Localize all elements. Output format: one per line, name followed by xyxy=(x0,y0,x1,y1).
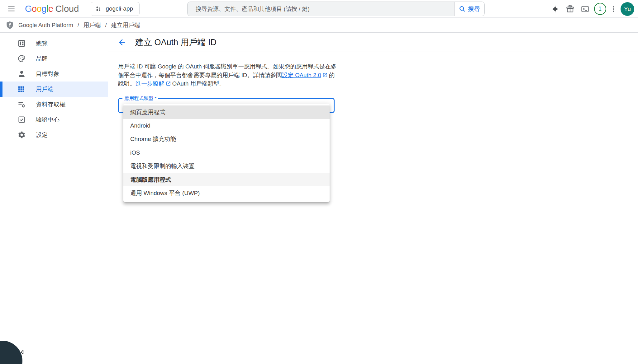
notifications-button[interactable]: 1 xyxy=(593,2,607,16)
external-link-icon[interactable] xyxy=(166,81,171,86)
vertical-dots-icon xyxy=(610,5,617,13)
sidebar-item-label: 用戶端 xyxy=(36,85,54,93)
sidebar-item-data-access[interactable]: 資料存取權 xyxy=(0,97,108,112)
notification-count-badge: 1 xyxy=(594,3,606,15)
sidebar-item-verification-center[interactable]: 驗證中心 xyxy=(0,112,108,127)
option-web-application[interactable]: 網頁應用程式 xyxy=(123,105,330,119)
list-gear-icon xyxy=(17,100,26,109)
back-arrow-icon xyxy=(117,38,127,47)
breadcrumb-separator: / xyxy=(78,22,79,29)
option-uwp[interactable]: 通用 Windows 平台 (UWP) xyxy=(123,186,330,200)
person-icon xyxy=(17,70,26,78)
more-options-button[interactable] xyxy=(607,2,619,16)
sidebar-item-label: 總覽 xyxy=(36,40,48,48)
sidebar-item-audience[interactable]: 目標對象 xyxy=(0,66,108,82)
checkbox-icon xyxy=(17,115,26,124)
project-name: gogcli-app xyxy=(106,5,133,12)
option-chrome-extension[interactable]: Chrome 擴充功能 xyxy=(123,133,330,146)
option-android[interactable]: Android xyxy=(123,119,330,132)
content-header: 建立 OAuth 用戶端 ID xyxy=(108,33,638,52)
sidebar-item-label: 資料存取權 xyxy=(36,100,65,109)
terminal-icon xyxy=(581,5,589,13)
cloud-shell-button[interactable] xyxy=(578,2,593,16)
side-navigation: 總覽 品牌 目標對象 用戶端 資料存取權 xyxy=(0,33,108,364)
account-avatar[interactable]: Yu xyxy=(621,2,634,16)
collapse-chevron-icon xyxy=(18,348,26,356)
intro-text: OAuth 用戶端類型。 xyxy=(172,80,225,87)
search-button-label: 搜尋 xyxy=(468,5,480,13)
search-button[interactable]: 搜尋 xyxy=(454,2,484,16)
back-button[interactable] xyxy=(116,36,128,49)
option-ios[interactable]: iOS xyxy=(123,146,330,159)
search-input[interactable] xyxy=(188,2,454,16)
gemini-star-icon xyxy=(551,5,559,13)
sidebar-item-label: 品牌 xyxy=(36,55,48,63)
gear-icon xyxy=(17,131,26,139)
sidebar-item-label: 設定 xyxy=(36,131,48,139)
application-type-label: 應用程式類型 * xyxy=(122,95,158,102)
apps-grid-icon xyxy=(17,85,26,93)
project-icon xyxy=(95,6,102,12)
gemini-button[interactable] xyxy=(548,2,563,16)
option-desktop-application[interactable]: 電腦版應用程式 xyxy=(123,173,330,186)
sidebar-item-settings[interactable]: 設定 xyxy=(0,127,108,142)
hamburger-icon xyxy=(7,5,16,13)
setup-oauth-link[interactable]: 設定 OAuth 2.0 xyxy=(282,72,321,78)
option-tv-limited-input[interactable]: 電視和受限制的輸入裝置 xyxy=(123,160,330,173)
sidebar-item-label: 驗證中心 xyxy=(36,116,60,124)
gift-icon xyxy=(566,5,574,13)
breadcrumb-product[interactable]: Google Auth Platform xyxy=(18,22,73,29)
main-menu-button[interactable] xyxy=(5,2,17,15)
free-trial-gift-button[interactable] xyxy=(563,2,578,16)
search-icon xyxy=(459,6,466,12)
auth-platform-shield-icon xyxy=(6,21,14,29)
external-link-icon[interactable] xyxy=(322,72,328,78)
google-wordmark: Google xyxy=(25,4,53,14)
search-box: 搜尋 xyxy=(187,2,485,16)
breadcrumb-item-clients[interactable]: 用戶端 xyxy=(83,21,101,29)
cloud-wordmark: Cloud xyxy=(55,4,79,14)
application-type-dropdown: 網頁應用程式 Android Chrome 擴充功能 iOS 電視和受限制的輸入… xyxy=(123,104,330,202)
sidebar-item-branding[interactable]: 品牌 xyxy=(0,51,108,66)
sidebar-item-clients[interactable]: 用戶端 xyxy=(0,82,108,97)
intro-paragraph: 用戶端 ID 可讓 Google 的 OAuth 伺服器識別單一應用程式。如果您… xyxy=(118,62,338,88)
page-title: 建立 OAuth 用戶端 ID xyxy=(135,37,217,48)
overview-icon xyxy=(17,39,26,48)
sidebar-item-label: 目標對象 xyxy=(36,70,60,78)
sidebar-item-overview[interactable]: 總覽 xyxy=(0,36,108,51)
breadcrumb: Google Auth Platform / 用戶端 / 建立用戶端 xyxy=(0,18,638,33)
breadcrumb-item-create-client: 建立用戶端 xyxy=(111,21,140,29)
breadcrumb-separator: / xyxy=(105,22,107,29)
collapse-sidebar-button[interactable] xyxy=(16,346,29,358)
palette-icon xyxy=(17,54,26,63)
topbar-actions: 1 Yu xyxy=(548,0,637,18)
google-cloud-logo[interactable]: Google Cloud xyxy=(25,4,79,14)
project-selector[interactable]: gogcli-app xyxy=(91,2,140,16)
top-bar: Google Cloud gogcli-app 搜尋 1 Yu xyxy=(0,0,638,18)
learn-more-link[interactable]: 進一步瞭解 xyxy=(136,80,164,87)
